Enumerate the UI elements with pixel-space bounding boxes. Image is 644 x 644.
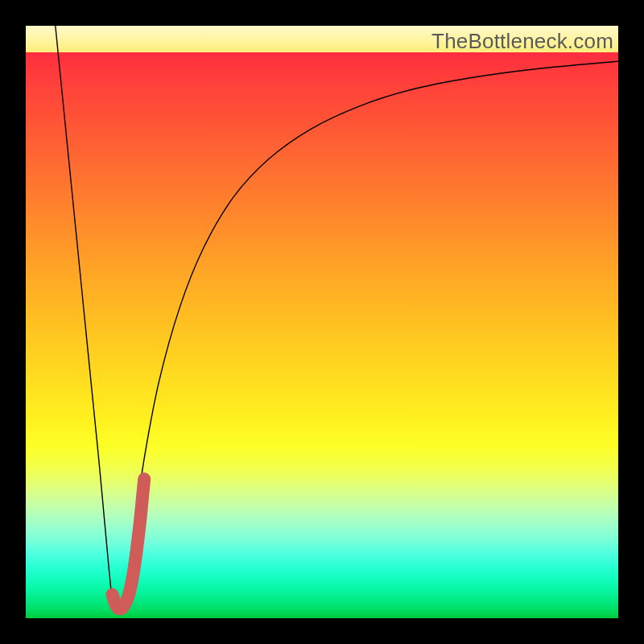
- watermark-text: TheBottleneck.com: [431, 29, 613, 54]
- plot-area: TheBottleneck.com: [26, 26, 618, 618]
- thick-hook-path: [112, 479, 144, 609]
- curve-layer: [26, 26, 618, 618]
- outer-frame: TheBottleneck.com: [0, 0, 644, 644]
